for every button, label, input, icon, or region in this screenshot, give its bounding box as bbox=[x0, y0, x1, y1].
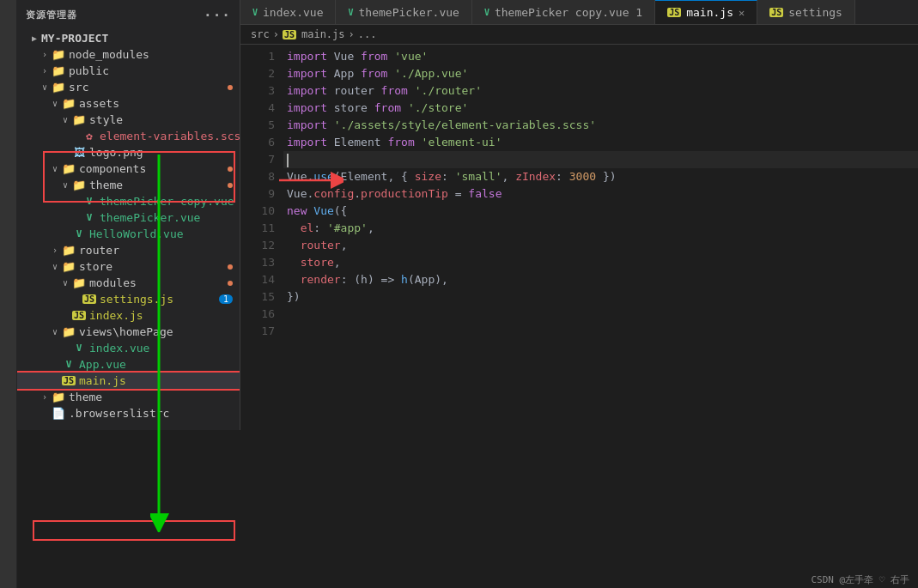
index-vue-label: index.vue bbox=[89, 342, 149, 355]
sidebar-item-browserslistrc[interactable]: › 📄 .browserslistrc bbox=[17, 405, 240, 421]
theme-picker-copy-label: themePicker copy.vue 1 bbox=[100, 195, 240, 208]
tab-label: main.js bbox=[686, 6, 733, 19]
js-icon: JS bbox=[769, 8, 783, 17]
close-icon[interactable]: ✕ bbox=[739, 7, 745, 19]
code-line-6: import Element from 'element-ui' bbox=[283, 134, 918, 151]
sidebar-item-theme-components[interactable]: ∨ 📁 theme bbox=[17, 177, 240, 193]
logo-label: logo.png bbox=[89, 146, 143, 159]
folder-icon: 📁 bbox=[72, 179, 86, 191]
store-label: store bbox=[79, 260, 112, 273]
code-content[interactable]: import Vue from 'vue' import App from '.… bbox=[283, 45, 918, 571]
folder-icon: 📁 bbox=[62, 325, 76, 338]
sidebar-item-logo[interactable]: › 🖼 logo.png bbox=[17, 144, 240, 161]
sidebar-dots[interactable]: ··· bbox=[204, 7, 231, 23]
activity-bar bbox=[0, 0, 17, 588]
vue-icon: V bbox=[484, 8, 489, 17]
code-line-14: store, bbox=[283, 254, 918, 271]
folder-icon: 📁 bbox=[62, 162, 76, 175]
file-tree: ▶ MY-PROJECT › 📁 node_modules › 📁 public… bbox=[17, 30, 240, 430]
chevron-right-icon: › bbox=[48, 246, 62, 255]
folder-icon: 📁 bbox=[72, 113, 86, 126]
tab-settings[interactable]: JS settings bbox=[757, 0, 855, 24]
main-area: V index.vue V themePicker.vue V themePic… bbox=[240, 0, 918, 588]
bottom-bar: CSDN @左手牵 ♡ 右手 bbox=[240, 571, 918, 588]
node-modules-label: node_modules bbox=[69, 48, 149, 61]
sidebar-item-index-js[interactable]: › JS index.js bbox=[17, 307, 240, 324]
sidebar-item-components[interactable]: ∨ 📁 components bbox=[17, 161, 240, 177]
scss-icon: ✿ bbox=[82, 130, 96, 142]
sidebar-item-theme-picker-copy[interactable]: › V themePicker copy.vue 1 bbox=[17, 193, 240, 209]
sidebar-item-router[interactable]: › 📁 router bbox=[17, 242, 240, 258]
sidebar: 资源管理器 ··· ▶ MY-PROJECT › 📁 node_modules … bbox=[17, 0, 240, 430]
breadcrumb-src: src bbox=[251, 28, 270, 40]
js-icon: JS bbox=[283, 30, 296, 39]
code-line-3: import router from './router' bbox=[283, 82, 918, 100]
settings-badge: 1 bbox=[219, 294, 233, 304]
app-vue-label: App.vue bbox=[79, 358, 126, 371]
code-line-7 bbox=[283, 151, 918, 168]
folder-icon: 📁 bbox=[62, 260, 76, 273]
sidebar-item-hello-world[interactable]: › V HelloWorld.vue bbox=[17, 226, 240, 242]
sidebar-item-public[interactable]: › 📁 public bbox=[17, 63, 240, 79]
tab-label: themePicker copy.vue 1 bbox=[495, 6, 642, 19]
png-icon: 🖼 bbox=[72, 146, 86, 159]
public-label: public bbox=[69, 64, 109, 77]
sidebar-header: 资源管理器 ··· bbox=[17, 0, 240, 30]
chevron-down-icon: ∨ bbox=[58, 115, 72, 124]
tab-theme-picker-copy[interactable]: V themePicker copy.vue 1 bbox=[472, 0, 655, 24]
chevron-down-icon: ∨ bbox=[58, 180, 72, 190]
breadcrumb-sep: › bbox=[273, 28, 279, 40]
sidebar-item-theme-root[interactable]: › 📁 theme bbox=[17, 389, 240, 405]
sidebar-item-store[interactable]: ∨ 📁 store bbox=[17, 258, 240, 275]
settings-js-label: settings.js bbox=[100, 293, 173, 306]
chevron-down-icon: ∨ bbox=[48, 99, 62, 108]
sidebar-item-style[interactable]: ∨ 📁 style bbox=[17, 112, 240, 128]
sidebar-item-settings-js[interactable]: › JS settings.js 1 bbox=[17, 291, 240, 307]
sidebar-title: 资源管理器 bbox=[26, 9, 77, 21]
tab-label: settings bbox=[788, 6, 842, 19]
code-editor[interactable]: 12345 678910 1112131415 1617 import Vue … bbox=[240, 45, 918, 571]
breadcrumb-file: main.js bbox=[301, 28, 345, 40]
index-js-label: index.js bbox=[89, 309, 143, 322]
sidebar-item-app-vue[interactable]: › V App.vue bbox=[17, 356, 240, 373]
sidebar-item-modules[interactable]: ∨ 📁 modules bbox=[17, 275, 240, 291]
vue-icon: V bbox=[82, 196, 96, 207]
views-label: views\homePage bbox=[79, 325, 173, 338]
folder-icon: 📁 bbox=[52, 48, 65, 61]
sidebar-item-index-vue[interactable]: › V index.vue bbox=[17, 340, 240, 356]
code-line-2: import App from './App.vue' bbox=[283, 65, 918, 82]
chevron-right-icon: › bbox=[38, 66, 52, 76]
code-line-8: Vue.use(Element, { size: 'small', zIndex… bbox=[283, 168, 918, 185]
folder-icon: 📁 bbox=[72, 276, 86, 289]
tab-index-vue[interactable]: V index.vue bbox=[240, 0, 336, 24]
theme-label: theme bbox=[89, 179, 123, 191]
sidebar-item-element-variables[interactable]: › ✿ element-variables.scss bbox=[17, 128, 240, 144]
sidebar-item-assets[interactable]: ∨ 📁 assets bbox=[17, 95, 240, 112]
code-line-13: router, bbox=[283, 237, 918, 254]
modified-dot bbox=[228, 281, 233, 286]
folder-icon: 📁 bbox=[52, 81, 65, 94]
sidebar-item-node-modules[interactable]: › 📁 node_modules bbox=[17, 46, 240, 63]
sidebar-item-src[interactable]: ∨ 📁 src bbox=[17, 79, 240, 95]
main-js-label: main.js bbox=[79, 374, 126, 387]
tab-main-js[interactable]: JS main.js ✕ bbox=[655, 0, 757, 24]
vue-icon: V bbox=[72, 342, 86, 354]
folder-icon: 📁 bbox=[52, 391, 65, 403]
tab-theme-picker[interactable]: V themePicker.vue bbox=[336, 0, 471, 24]
chevron-down-icon: ∨ bbox=[58, 278, 72, 288]
js-icon: JS bbox=[667, 8, 681, 17]
vue-icon: V bbox=[252, 8, 258, 17]
code-line-12: el: '#app', bbox=[283, 220, 918, 237]
sidebar-item-main-js[interactable]: › JS main.js bbox=[17, 373, 240, 389]
main-js-highlight-box bbox=[33, 520, 235, 541]
tab-label: themePicker.vue bbox=[359, 6, 459, 19]
chevron-down-icon: ∨ bbox=[48, 327, 62, 336]
sidebar-item-theme-picker[interactable]: › V themePicker.vue bbox=[17, 209, 240, 226]
chevron-right-icon: › bbox=[38, 50, 52, 59]
sidebar-item-views[interactable]: ∨ 📁 views\homePage bbox=[17, 324, 240, 340]
style-label: style bbox=[89, 113, 123, 126]
folder-icon: 📁 bbox=[62, 244, 76, 257]
vue-icon: V bbox=[82, 212, 96, 223]
project-root[interactable]: ▶ MY-PROJECT bbox=[17, 30, 240, 46]
folder-icon: 📁 bbox=[52, 64, 65, 77]
